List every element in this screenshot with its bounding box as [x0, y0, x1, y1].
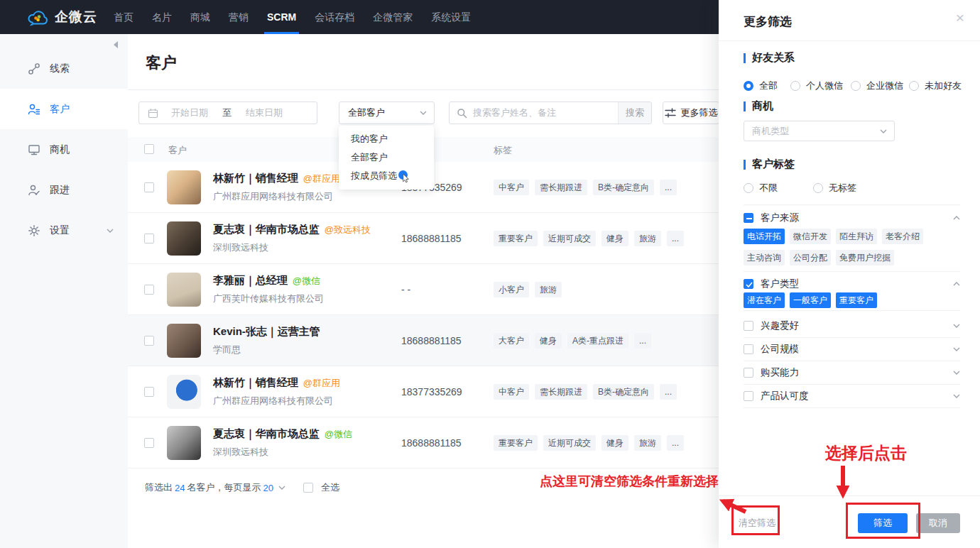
search-input[interactable]: 搜索客户姓名、备注 搜索 [449, 102, 652, 124]
radio-no-tag[interactable]: 无标签 [813, 182, 856, 194]
row-checkbox[interactable] [144, 285, 154, 295]
radio-all[interactable]: 全部 [744, 80, 778, 92]
annotation-box-apply [846, 503, 920, 539]
tag-more[interactable]: ... [660, 180, 677, 195]
row-checkbox[interactable] [144, 336, 154, 346]
tag: 中客户 [494, 180, 529, 195]
chip[interactable]: 潜在客户 [744, 292, 785, 308]
radio-enterprise-wechat[interactable]: 企业微信 [851, 80, 903, 92]
app-logo: 企微云 [26, 8, 97, 27]
checkbox-icon[interactable] [744, 344, 753, 354]
chip[interactable]: 主动咨询 [744, 250, 785, 265]
cancel-button[interactable]: 取消 [916, 513, 960, 533]
tag-group-customer-source[interactable]: 客户来源 [744, 212, 960, 224]
tag: 健身 [535, 333, 562, 349]
radio-icon [790, 81, 800, 91]
sidebar-item-opportunities[interactable]: 商机 [0, 129, 128, 170]
close-icon[interactable]: × [956, 10, 964, 25]
nav-item-scrm[interactable]: SCRM [263, 0, 300, 34]
checkbox-icon[interactable] [744, 321, 753, 331]
tag-group-company-size[interactable]: 公司规模 [744, 338, 960, 361]
tag-more[interactable]: ... [667, 435, 684, 451]
chip[interactable]: 公司分配 [790, 250, 831, 265]
nav-item-home[interactable]: 首页 [109, 0, 138, 34]
sidebar-item-customers[interactable]: 客户 [0, 89, 128, 129]
indeterminate-checkbox-icon[interactable] [744, 213, 753, 223]
radio-selected-icon [744, 81, 753, 91]
table-row[interactable]: 林新竹｜销售经理@群应用 广州群应用网络科技有限公司 18377335269 中… [128, 366, 719, 417]
table-row[interactable]: 夏志衷｜华南市场总监@致远科技 深圳致远科技 18688881185 重要客户 … [128, 213, 719, 264]
table-row[interactable]: 李雅丽｜总经理@微信 广西芙叶传媒科技有限公司 - - 小客户 旅游 [128, 264, 719, 315]
chevron-down-icon[interactable] [953, 347, 960, 351]
row-checkbox[interactable] [144, 387, 154, 397]
nav-item-marketing[interactable]: 营销 [224, 0, 253, 34]
search-button[interactable]: 搜索 [618, 102, 651, 124]
customer-tags: 重要客户 近期可成交 健身 旅游 ... [494, 435, 684, 451]
chip[interactable]: 免费用户挖掘 [836, 250, 894, 265]
sidebar-item-label: 商机 [50, 143, 70, 156]
chip[interactable]: 重要客户 [836, 292, 877, 308]
sidebar-item-settings[interactable]: 设置 [0, 210, 128, 251]
tag: 近期可成交 [543, 231, 596, 246]
sidebar-item-followup[interactable]: 跟进 [0, 170, 128, 210]
select-all-checkbox[interactable] [303, 483, 313, 493]
chevron-down-icon[interactable] [953, 324, 960, 328]
tag-group-buying-power[interactable]: 购买能力 [744, 361, 960, 385]
tag: 健身 [601, 231, 628, 246]
customer-scope-select[interactable]: 全部客户 [339, 102, 435, 124]
chevron-down-icon[interactable] [953, 394, 960, 398]
sidebar-item-leads[interactable]: 线索 [0, 48, 128, 89]
radio-no-limit[interactable]: 不限 [744, 182, 778, 194]
column-header-customer: 客户 [168, 144, 187, 157]
tag-more[interactable]: ... [634, 333, 651, 349]
radio-not-friend[interactable]: 未加好友 [909, 80, 962, 92]
more-filters-button[interactable]: 更多筛选 [663, 102, 719, 124]
nav-item-cards[interactable]: 名片 [148, 0, 176, 34]
row-checkbox[interactable] [144, 182, 154, 192]
chevron-down-icon[interactable] [953, 371, 960, 375]
avatar [167, 273, 201, 307]
checked-checkbox-icon[interactable] [744, 279, 753, 289]
checkbox-icon[interactable] [744, 368, 753, 378]
row-checkbox[interactable] [144, 234, 154, 243]
chevron-up-icon[interactable] [953, 282, 960, 286]
chevron-up-icon[interactable] [953, 216, 960, 220]
avatar [167, 324, 201, 358]
tag-group-product-recognition[interactable]: 产品认可度 [744, 385, 960, 408]
sidebar-collapse-icon[interactable] [114, 41, 118, 48]
nav-item-chat-archive[interactable]: 会话存档 [310, 0, 359, 34]
table-row[interactable]: 夏志衷｜华南市场总监@微信 深圳致远科技 18688881185 重要客户 近期… [128, 417, 719, 468]
scope-option-my-customers[interactable]: 我的客户 [339, 130, 434, 148]
chip[interactable]: 一般客户 [790, 292, 831, 308]
nav-item-system-settings[interactable]: 系统设置 [427, 0, 475, 34]
tag: 小客户 [494, 282, 529, 297]
cloud-logo-icon [26, 8, 48, 27]
date-end-placeholder: 结束日期 [246, 106, 283, 119]
tag: 旅游 [634, 231, 661, 246]
chip[interactable]: 微信开发 [790, 229, 831, 244]
chevron-down-icon [107, 229, 114, 233]
date-range-input[interactable]: 开始日期 至 结束日期 [138, 102, 317, 124]
list-footer: 筛选出 24 名客户，每页显示 20 全选 [145, 481, 339, 494]
customer-name: 夏志衷｜华南市场总监 [213, 427, 320, 439]
radio-icon [813, 183, 823, 193]
table-row[interactable]: Kevin-张志｜运营主管 学而思 18688881185 大客户 健身 A类-… [128, 315, 719, 366]
scope-option-by-member[interactable]: 按成员筛选 [339, 167, 434, 185]
chip[interactable]: 老客介绍 [882, 229, 923, 244]
radio-personal-wechat[interactable]: 个人微信 [790, 80, 843, 92]
tag-more[interactable]: ... [667, 231, 684, 246]
tag-more[interactable]: ... [660, 384, 677, 400]
chip[interactable]: 陌生拜访 [836, 229, 877, 244]
chip[interactable]: 电话开拓 [744, 229, 785, 244]
page-size-value[interactable]: 20 [263, 483, 273, 493]
row-checkbox[interactable] [144, 438, 154, 448]
opportunity-type-select[interactable]: 商机类型 [744, 121, 895, 141]
select-all-checkbox[interactable] [144, 144, 154, 154]
tag-group-interests[interactable]: 兴趣爱好 [744, 314, 960, 338]
checkbox-icon[interactable] [744, 391, 753, 401]
tag-group-customer-type[interactable]: 客户类型 [744, 278, 960, 290]
nav-item-mall[interactable]: 商城 [186, 0, 214, 34]
nav-item-wecom-manager[interactable]: 企微管家 [369, 0, 417, 34]
scope-option-all-customers[interactable]: 全部客户 [339, 148, 434, 167]
chevron-down-icon[interactable] [278, 486, 285, 490]
